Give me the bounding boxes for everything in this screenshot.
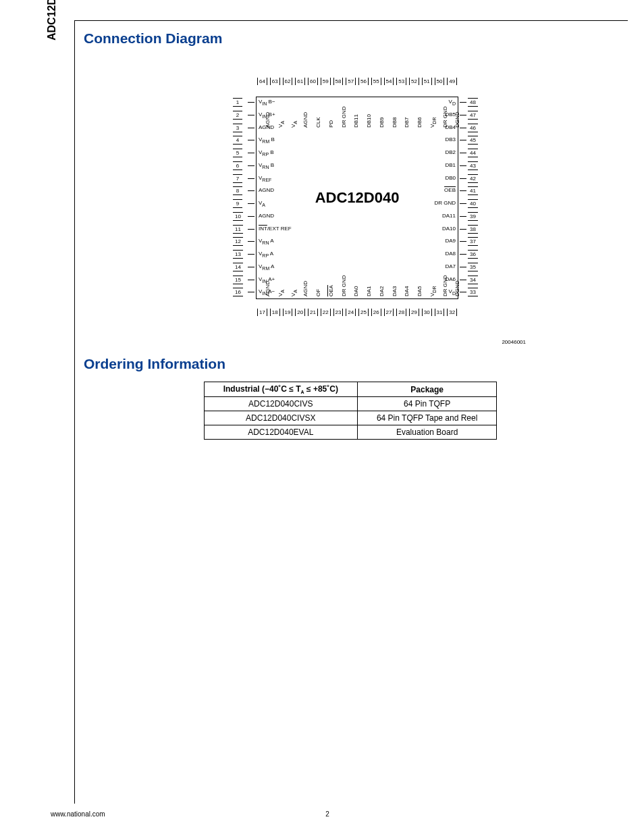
chip-name: ADC12D040 <box>315 189 400 207</box>
pin-number: 28 <box>396 309 406 316</box>
pin-number: 34 <box>468 276 478 284</box>
pin-label: VRP A <box>259 251 273 258</box>
pin-label: VA <box>290 290 298 296</box>
diagram-id: 20046001 <box>502 339 526 345</box>
pin-number: 15 <box>233 276 243 284</box>
table-row: ADC12D040CIVS64 Pin TQFP <box>204 397 497 411</box>
pin-number: 32 <box>447 309 457 316</box>
pin-label: VRM B <box>259 136 275 144</box>
pin-label: DA3 <box>392 286 398 296</box>
footer-url: www.national.com <box>51 810 105 818</box>
pin-number: 29 <box>409 309 419 316</box>
table-header-row: Industrial (−40˚C ≤ TA ≤ +85˚C) Package <box>204 382 497 397</box>
pin-label: DA11 <box>442 213 456 219</box>
pin-number: 58 <box>333 78 344 85</box>
pin-label: VRN B <box>259 162 274 170</box>
pin-label: DA9 <box>445 238 456 244</box>
table-cell: 64 Pin TQFP Tape and Reel <box>357 411 496 425</box>
pin-number: 51 <box>422 78 432 85</box>
pin-number: 4 <box>233 136 242 145</box>
pin-number: 7 <box>233 174 242 183</box>
ordering-info-heading: Ordering Information <box>84 356 617 372</box>
table-cell: ADC12D040CIVS <box>204 397 357 411</box>
pin-number: 38 <box>468 225 478 234</box>
pin-number: 1 <box>233 98 242 107</box>
pin-number: 12 <box>233 237 243 246</box>
pin-number: 33 <box>468 288 478 296</box>
pin-label: DR GND <box>341 275 347 296</box>
pin-label: AGND <box>259 213 274 219</box>
pin-label: DB0 <box>445 175 456 181</box>
pin-label: DB9 <box>379 117 385 128</box>
pin-label: VDR <box>429 118 437 128</box>
pin-label: DB1 <box>445 162 456 168</box>
pin-label: DB8 <box>392 117 398 128</box>
pin-label: OEB <box>444 187 456 193</box>
pin-number: 42 <box>468 174 478 183</box>
pin-number: 59 <box>321 78 331 85</box>
pin-label: INT/EXT REF <box>259 226 292 232</box>
pin-number: 11 <box>233 225 243 234</box>
pin-label: PD <box>328 120 334 128</box>
pin-label: DA2 <box>379 286 385 296</box>
pin-label: AGND <box>265 281 271 296</box>
pin-number: 21 <box>308 309 318 316</box>
pin-label: VD <box>449 99 456 106</box>
pin-number: 61 <box>295 78 305 85</box>
table-row: ADC12D040EVALEvaluation Board <box>204 425 497 440</box>
pin-number: 63 <box>270 78 280 85</box>
pin-number: 47 <box>468 111 478 120</box>
pin-number: 37 <box>468 237 478 246</box>
pin-number: 6 <box>233 161 242 170</box>
pin-label: DB2 <box>445 149 456 155</box>
table-cell: 64 Pin TQFP <box>357 397 496 411</box>
pin-label: DB6 <box>417 117 423 128</box>
pin-number: 27 <box>384 309 394 316</box>
table-row: ADC12D040CIVSX64 Pin TQFP Tape and Reel <box>204 411 497 425</box>
pin-label: CLK <box>315 117 321 128</box>
pin-label: OF <box>315 289 321 296</box>
pin-number: 48 <box>468 98 478 107</box>
th-package: Package <box>357 382 496 397</box>
connection-diagram: ADC12D040 20046001 1VIN B−2VIN B+3AGND4V… <box>84 56 617 336</box>
pin-number: 10 <box>233 212 243 221</box>
pin-number: 31 <box>435 309 445 316</box>
pin-number: 64 <box>257 78 267 85</box>
pin-number: 52 <box>409 78 419 85</box>
table-cell: ADC12D040CIVSX <box>204 411 357 425</box>
pin-number: 55 <box>371 78 381 85</box>
pin-number: 25 <box>358 309 369 316</box>
pin-label: DA5 <box>417 286 423 296</box>
pin-label: VA <box>259 200 265 207</box>
pin-label: AGND <box>265 112 271 128</box>
page-footer: www.national.com 2 <box>51 810 604 818</box>
pin-number: 3 <box>233 124 242 132</box>
pin-label: DB7 <box>404 117 410 128</box>
pin-label: VDR <box>429 286 437 296</box>
pin-number: 60 <box>308 78 318 85</box>
pin-label: VA <box>277 121 285 128</box>
pin-label: VRP B <box>259 149 274 157</box>
pin-number: 43 <box>468 161 478 170</box>
pin-number: 30 <box>422 309 432 316</box>
pin-number: 26 <box>371 309 381 316</box>
pin-label: DA8 <box>445 251 456 257</box>
pin-number: 5 <box>233 149 242 157</box>
pin-label: VIN B− <box>259 99 275 106</box>
pin-number: 13 <box>233 250 243 259</box>
pin-number: 35 <box>468 263 478 271</box>
pin-number: 57 <box>346 78 356 85</box>
pin-label: DA0 <box>353 286 359 296</box>
pin-label: DR GND <box>434 200 456 206</box>
pin-number: 24 <box>346 309 356 316</box>
pin-number: 54 <box>384 78 394 85</box>
pin-label: AGND <box>302 281 308 296</box>
pin-number: 36 <box>468 250 478 259</box>
pin-number: 20 <box>295 309 305 316</box>
pin-number: 62 <box>283 78 293 85</box>
pin-number: 44 <box>468 149 478 157</box>
pin-label: VA <box>290 121 298 128</box>
pin-label: AGND <box>302 112 308 128</box>
ordering-table: Industrial (−40˚C ≤ TA ≤ +85˚C) Package … <box>204 382 498 440</box>
pin-number: 23 <box>333 309 344 316</box>
